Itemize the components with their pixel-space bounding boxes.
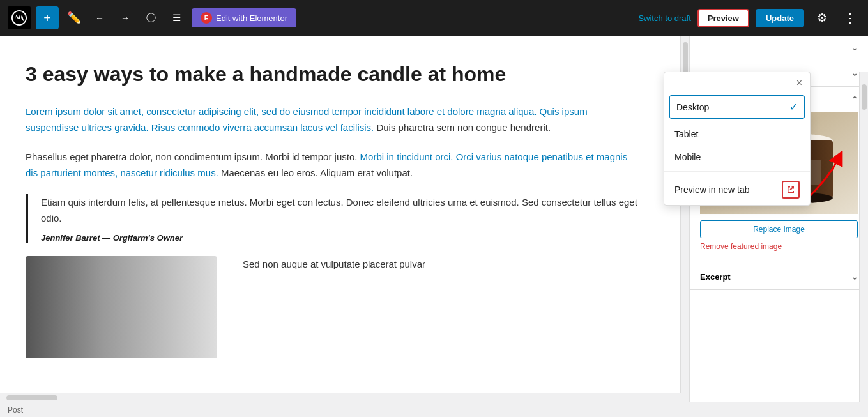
post-title: 3 easy ways to make a handmade candle at… [26, 61, 642, 88]
excerpt-label: Excerpt [700, 272, 731, 282]
bottom-text: Sed non auque at vulputate placerat pulv… [243, 256, 642, 273]
tablet-label: Tablet [674, 129, 698, 139]
desktop-label: Desktop [676, 102, 709, 112]
h-scrollbar-thumb [6, 395, 57, 400]
excerpt-header[interactable]: Excerpt ⌄ [690, 264, 868, 289]
list-view-button[interactable]: ☰ [166, 8, 187, 28]
chevron-down-icon-2: ⌄ [851, 69, 858, 78]
paragraph-1: Lorem ipsum dolor sit amet, consectetur … [26, 103, 642, 136]
external-link-icon [782, 181, 800, 199]
post-image [26, 256, 217, 358]
replace-image-button[interactable]: Replace Image [700, 220, 858, 238]
excerpt-section: Excerpt ⌄ [690, 264, 868, 290]
dropdown-mobile-item[interactable]: Mobile [664, 146, 810, 169]
edit-elementor-button[interactable]: E Edit with Elementor [192, 8, 296, 27]
update-button[interactable]: Update [756, 9, 804, 27]
info-button[interactable]: ⓘ [141, 8, 161, 28]
check-icon: ✓ [789, 101, 798, 113]
wp-logo[interactable] [8, 6, 31, 29]
add-block-button[interactable]: + [36, 6, 59, 29]
elementor-icon: E [201, 12, 212, 24]
chevron-down-icon-1: ⌄ [851, 43, 858, 52]
edit-tool-button[interactable]: ✏️ [64, 8, 84, 28]
edit-elementor-label: Edit with Elementor [216, 13, 287, 23]
chevron-up-icon: ⌃ [851, 95, 858, 104]
mobile-label: Mobile [674, 152, 701, 162]
status-bar: Post [0, 402, 868, 417]
switch-draft-button[interactable]: Switch to draft [638, 13, 690, 23]
blockquote-cite: Jennifer Barret — Orgifarm's Owner [41, 233, 183, 243]
horizontal-scrollbar[interactable] [0, 393, 689, 402]
toolbar: + ✏️ ← → ⓘ ☰ E Edit with Elementor Switc… [0, 0, 868, 36]
dropdown-header: × [664, 72, 810, 91]
post-status-label: Post [8, 406, 23, 414]
blockquote: Etiam quis interdum felis, at pellentesq… [26, 194, 642, 243]
dropdown-desktop-item[interactable]: Desktop ✓ [669, 95, 805, 119]
settings-button[interactable]: ⚙ [811, 6, 834, 29]
more-options-button[interactable]: ⋮ [840, 8, 860, 28]
redo-button[interactable]: → [115, 8, 135, 28]
preview-button[interactable]: Preview [697, 9, 749, 27]
dropdown-close-button[interactable]: × [794, 75, 805, 91]
panel-section-1-header[interactable]: ⌄ [690, 36, 868, 60]
chevron-down-icon-excerpt: ⌄ [851, 273, 858, 282]
dropdown-divider [664, 171, 810, 172]
dropdown-tablet-item[interactable]: Tablet [664, 123, 810, 146]
remove-image-link[interactable]: Remove featured image [700, 242, 858, 251]
dropdown-preview-new-tab-item[interactable]: Preview in new tab [664, 174, 810, 205]
undo-button[interactable]: ← [89, 8, 110, 28]
blockquote-text: Etiam quis interdum felis, at pellentesq… [41, 194, 642, 227]
paragraph-2: Phasellus eget pharetra dolor, non condi… [26, 149, 642, 181]
right-scrollbar-thumb [862, 84, 867, 110]
content-area: 3 easy ways to make a handmade candle at… [0, 36, 680, 417]
main-layout: 3 easy ways to make a handmade candle at… [0, 36, 868, 417]
right-panel-scrollbar[interactable] [859, 72, 868, 417]
preview-new-tab-label: Preview in new tab [674, 185, 750, 195]
preview-dropdown: × Desktop ✓ Tablet Mobile Preview in new… [664, 72, 811, 206]
